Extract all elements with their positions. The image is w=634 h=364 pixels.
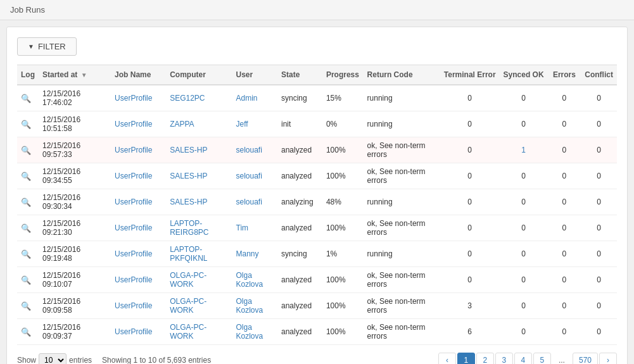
table-header-row: Log Started at ▼ Job Name Computer User (17, 65, 617, 85)
cell-terminal-error: 0 (440, 111, 500, 137)
search-icon[interactable]: 🔍 (21, 223, 31, 233)
page-btn-4[interactable]: 4 (514, 353, 532, 364)
search-icon[interactable]: 🔍 (21, 120, 31, 129)
table-row: 🔍 12/15/2016 09:09:58 UserProfile OLGA-P… (17, 293, 617, 319)
user-link[interactable]: Manny (236, 249, 259, 258)
cell-terminal-error: 0 (440, 215, 500, 241)
col-header-return-code: Return Code (364, 65, 440, 85)
cell-state: analyzed (277, 267, 322, 293)
col-header-synced-ok: Synced OK (500, 65, 548, 85)
user-link[interactable]: Admin (236, 94, 258, 103)
cell-log: 🔍 (17, 111, 39, 137)
user-link[interactable]: selouafi (236, 198, 262, 206)
col-header-state: State (277, 65, 322, 85)
cell-terminal-error: 0 (440, 163, 500, 189)
col-header-errors: Errors (548, 65, 581, 85)
computer-link[interactable]: OLGA-PC-WORK (170, 297, 206, 315)
job-name-link[interactable]: UserProfile (115, 146, 152, 154)
cell-job-name: UserProfile (111, 111, 166, 137)
search-icon[interactable]: 🔍 (21, 94, 31, 103)
search-icon[interactable]: 🔍 (21, 249, 31, 259)
computer-link[interactable]: LAPTOP-PKFQIKNL (170, 245, 207, 263)
computer-link[interactable]: SALES-HP (170, 198, 207, 206)
cell-return-code: ok, See non-term errors (364, 215, 440, 241)
computer-link[interactable]: OLGA-PC-WORK (170, 271, 206, 289)
user-link[interactable]: Olga Kozlova (236, 297, 263, 315)
page-btn-2[interactable]: 2 (476, 353, 494, 364)
cell-progress: 100% (322, 163, 364, 189)
filter-button[interactable]: ▼ FILTER (17, 37, 77, 56)
page-btn-‹[interactable]: ‹ (438, 353, 456, 364)
search-icon[interactable]: 🔍 (21, 198, 31, 207)
page: Job Runs ▼ FILTER Log Started at ▼ Job N… (0, 0, 634, 364)
page-btn-3[interactable]: 3 (495, 353, 513, 364)
cell-progress: 48% (322, 189, 364, 215)
computer-link[interactable]: SALES-HP (170, 172, 207, 180)
search-icon[interactable]: 🔍 (21, 172, 31, 181)
job-name-link[interactable]: UserProfile (115, 327, 152, 336)
job-name-link[interactable]: UserProfile (115, 223, 152, 232)
cell-log: 🔍 (17, 293, 39, 319)
page-btn-1[interactable]: 1 (457, 353, 475, 364)
entries-per-page-select[interactable]: 10 25 50 (39, 353, 67, 364)
computer-link[interactable]: LAPTOP-REIRG8PC (170, 219, 208, 237)
cell-synced-ok: 0 (500, 241, 548, 267)
job-name-link[interactable]: UserProfile (115, 249, 152, 258)
page-btn-5[interactable]: 5 (533, 353, 551, 364)
job-name-link[interactable]: UserProfile (115, 301, 152, 310)
cell-job-name: UserProfile (111, 215, 166, 241)
computer-link[interactable]: SEG12PC (170, 94, 205, 103)
cell-started-at: 12/15/2016 09:10:07 (39, 267, 111, 293)
cell-computer: ZAPPA (166, 111, 232, 137)
job-runs-table: Log Started at ▼ Job Name Computer User (17, 65, 617, 345)
computer-link[interactable]: SALES-HP (170, 146, 207, 154)
cell-conflict: 0 (581, 215, 617, 241)
user-link[interactable]: Olga Kozlova (236, 271, 263, 289)
cell-job-name: UserProfile (111, 189, 166, 215)
job-name-link[interactable]: UserProfile (115, 198, 152, 206)
search-icon[interactable]: 🔍 (21, 327, 31, 337)
cell-log: 🔍 (17, 215, 39, 241)
search-icon[interactable]: 🔍 (21, 146, 31, 155)
computer-link[interactable]: ZAPPA (170, 120, 194, 129)
search-icon[interactable]: 🔍 (21, 301, 31, 311)
table-footer: Show 10 25 50 entries Showing 1 to 10 of… (17, 353, 617, 364)
cell-terminal-error: 3 (440, 293, 500, 319)
cell-user: selouafi (232, 163, 278, 189)
cell-return-code: running (364, 85, 440, 111)
user-link[interactable]: Olga Kozlova (236, 323, 263, 341)
title-bar: Job Runs (0, 0, 634, 20)
user-link[interactable]: selouafi (236, 146, 262, 154)
job-name-link[interactable]: UserProfile (115, 120, 152, 129)
cell-return-code: running (364, 241, 440, 267)
cell-computer: OLGA-PC-WORK (166, 293, 232, 319)
page-btn-›[interactable]: › (599, 353, 617, 364)
job-name-link[interactable]: UserProfile (115, 172, 152, 180)
computer-link[interactable]: OLGA-PC-WORK (170, 323, 206, 341)
cell-state: syncing (277, 85, 322, 111)
cell-started-at: 12/15/2016 09:19:48 (39, 241, 111, 267)
user-link[interactable]: Tim (236, 223, 249, 232)
user-link[interactable]: Jeff (236, 120, 248, 129)
cell-return-code: ok, See non-term errors (364, 163, 440, 189)
table-row: 🔍 12/15/2016 09:21:30 UserProfile LAPTOP… (17, 215, 617, 241)
cell-errors: 0 (548, 267, 581, 293)
cell-started-at: 12/15/2016 09:30:34 (39, 189, 111, 215)
cell-return-code: ok, See non-term errors (364, 319, 440, 345)
cell-user: selouafi (232, 137, 278, 163)
cell-computer: LAPTOP-REIRG8PC (166, 215, 232, 241)
cell-conflict: 0 (581, 189, 617, 215)
col-header-started-at[interactable]: Started at ▼ (39, 65, 111, 85)
cell-computer: OLGA-PC-WORK (166, 267, 232, 293)
user-link[interactable]: selouafi (236, 172, 262, 180)
page-btn-570[interactable]: 570 (573, 353, 598, 364)
cell-progress: 0% (322, 111, 364, 137)
filter-label: FILTER (38, 42, 66, 51)
cell-job-name: UserProfile (111, 85, 166, 111)
cell-log: 🔍 (17, 241, 39, 267)
cell-conflict: 0 (581, 85, 617, 111)
cell-synced-ok: 0 (500, 163, 548, 189)
job-name-link[interactable]: UserProfile (115, 94, 152, 103)
job-name-link[interactable]: UserProfile (115, 275, 152, 284)
search-icon[interactable]: 🔍 (21, 275, 31, 285)
